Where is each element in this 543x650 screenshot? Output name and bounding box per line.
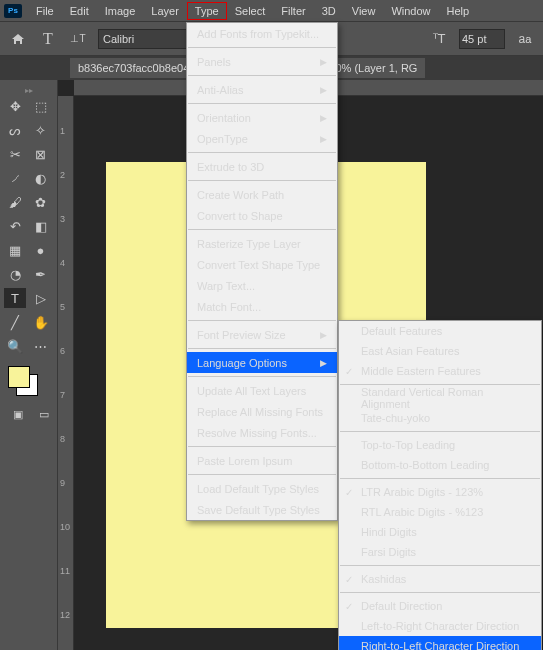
submenu-item[interactable]: Farsi Digits: [339, 542, 541, 562]
stamp-tool[interactable]: ✿: [30, 192, 52, 212]
menu-item[interactable]: OpenType▶: [187, 128, 337, 149]
crop-tool[interactable]: ✂: [4, 144, 26, 164]
menu-item[interactable]: Convert Text Shape Type: [187, 254, 337, 275]
menu-item[interactable]: Replace All Missing Fonts: [187, 401, 337, 422]
menu-item[interactable]: Convert to Shape: [187, 205, 337, 226]
submenu-item[interactable]: ✓Default Direction: [339, 596, 541, 616]
menu-select[interactable]: Select: [227, 2, 274, 20]
submenu-item[interactable]: ✓LTR Arabic Digits - 123%: [339, 482, 541, 502]
brush-tool[interactable]: 🖌: [4, 192, 26, 212]
menu-image[interactable]: Image: [97, 2, 144, 20]
menu-item[interactable]: Match Font...: [187, 296, 337, 317]
submenu-arrow-icon: ▶: [320, 330, 327, 340]
screen-mode-icon[interactable]: ▭: [34, 404, 54, 424]
menu-item[interactable]: Load Default Type Styles: [187, 478, 337, 499]
line-tool[interactable]: ╱: [4, 312, 26, 332]
home-icon[interactable]: [8, 29, 28, 49]
menu-item[interactable]: Extrude to 3D: [187, 156, 337, 177]
panel-grip-icon[interactable]: ▸▸: [0, 86, 57, 96]
submenu-item[interactable]: Default Features: [339, 321, 541, 341]
menu-layer[interactable]: Layer: [143, 2, 187, 20]
menu-item-label: Convert Text Shape Type: [197, 259, 320, 271]
text-orientation-icon[interactable]: ⊥T: [68, 29, 88, 49]
menu-file[interactable]: File: [28, 2, 62, 20]
language-options-submenu: Default FeaturesEast Asian Features✓Midd…: [338, 320, 542, 650]
menu-type[interactable]: Type: [187, 2, 227, 20]
ruler-tick: 8: [60, 434, 65, 444]
menu-item[interactable]: Font Preview Size▶: [187, 324, 337, 345]
submenu-item: Tate-chu-yoko: [339, 408, 541, 428]
submenu-item-label: Default Features: [361, 325, 442, 337]
history-tool[interactable]: ↶: [4, 216, 26, 236]
menu-edit[interactable]: Edit: [62, 2, 97, 20]
ps-icon: Ps: [4, 4, 22, 18]
tab-title: b836ec703facc0b8e04: [78, 62, 189, 74]
font-size-value: 45 pt: [462, 33, 486, 45]
more-tool[interactable]: ⋯: [30, 336, 52, 356]
pen-tool[interactable]: ✒: [30, 264, 52, 284]
type-tool[interactable]: T: [4, 288, 26, 308]
menu-item-label: Language Options: [197, 357, 287, 369]
lasso-tool[interactable]: ᔕ: [4, 120, 26, 140]
foreground-color[interactable]: [8, 366, 30, 388]
submenu-item[interactable]: Right-to-Left Character Direction: [339, 636, 541, 650]
move-tool[interactable]: ✥: [4, 96, 26, 116]
submenu-arrow-icon: ▶: [320, 358, 327, 368]
path-tool[interactable]: ▷: [30, 288, 52, 308]
menu-view[interactable]: View: [344, 2, 384, 20]
wand-tool[interactable]: ✧: [30, 120, 52, 140]
menu-item-label: Extrude to 3D: [197, 161, 264, 173]
ruler-tick: 9: [60, 478, 65, 488]
menu-item[interactable]: Rasterize Type Layer: [187, 233, 337, 254]
ruler-tick: 12: [60, 610, 70, 620]
document-tab-1[interactable]: b836ec703facc0b8e04: [70, 58, 197, 78]
blur-tool[interactable]: ●: [30, 240, 52, 260]
menu-3d[interactable]: 3D: [314, 2, 344, 20]
font-size-select[interactable]: 45 pt: [459, 29, 505, 49]
submenu-item[interactable]: Hindi Digits: [339, 522, 541, 542]
menu-item[interactable]: Language Options▶: [187, 352, 337, 373]
ruler-tick: 10: [60, 522, 70, 532]
quick-mask-icon[interactable]: ▣: [8, 404, 28, 424]
eraser-tool[interactable]: ◧: [30, 216, 52, 236]
separator: [340, 384, 540, 385]
separator: [340, 592, 540, 593]
hand-tool[interactable]: ✋: [30, 312, 52, 332]
gradient-tool[interactable]: ▦: [4, 240, 26, 260]
menu-item[interactable]: Orientation▶: [187, 107, 337, 128]
menu-item[interactable]: Anti-Alias▶: [187, 79, 337, 100]
menu-help[interactable]: Help: [439, 2, 478, 20]
anti-alias-icon[interactable]: aa: [515, 29, 535, 49]
char-panel-icon[interactable]: ᵀT: [429, 29, 449, 49]
eyedrop-tool[interactable]: ⟋: [4, 168, 26, 188]
menu-item-label: Resolve Missing Fonts...: [197, 427, 317, 439]
menu-item[interactable]: Add Fonts from Typekit...: [187, 23, 337, 44]
type-menu-dropdown: Add Fonts from Typekit...Panels▶Anti-Ali…: [186, 22, 338, 521]
menu-item[interactable]: Panels▶: [187, 51, 337, 72]
dodge-tool[interactable]: ◔: [4, 264, 26, 284]
submenu-item[interactable]: East Asian Features: [339, 341, 541, 361]
menu-filter[interactable]: Filter: [273, 2, 313, 20]
submenu-item: Top-to-Top Leading: [339, 435, 541, 455]
separator: [188, 47, 336, 48]
submenu-item[interactable]: RTL Arabic Digits - %123: [339, 502, 541, 522]
submenu-item[interactable]: ✓Middle Eastern Features: [339, 361, 541, 381]
zoom-tool[interactable]: 🔍: [4, 336, 26, 356]
color-swatch[interactable]: [8, 366, 38, 396]
marquee-tool[interactable]: ⬚: [30, 96, 52, 116]
separator: [188, 320, 336, 321]
menu-item[interactable]: Resolve Missing Fonts...: [187, 422, 337, 443]
menu-item[interactable]: Warp Text...: [187, 275, 337, 296]
frame-tool[interactable]: ⊠: [30, 144, 52, 164]
ruler-tick: 4: [60, 258, 65, 268]
heal-tool[interactable]: ◐: [30, 168, 52, 188]
menu-item[interactable]: Save Default Type Styles: [187, 499, 337, 520]
menu-item[interactable]: Create Work Path: [187, 184, 337, 205]
submenu-item-label: Right-to-Left Character Direction: [361, 640, 519, 650]
menu-item[interactable]: Update All Text Layers: [187, 380, 337, 401]
menu-item-label: Save Default Type Styles: [197, 504, 320, 516]
menu-window[interactable]: Window: [383, 2, 438, 20]
ruler-tick: 7: [60, 390, 65, 400]
submenu-item[interactable]: ✓Kashidas: [339, 569, 541, 589]
submenu-item[interactable]: Left-to-Right Character Direction: [339, 616, 541, 636]
